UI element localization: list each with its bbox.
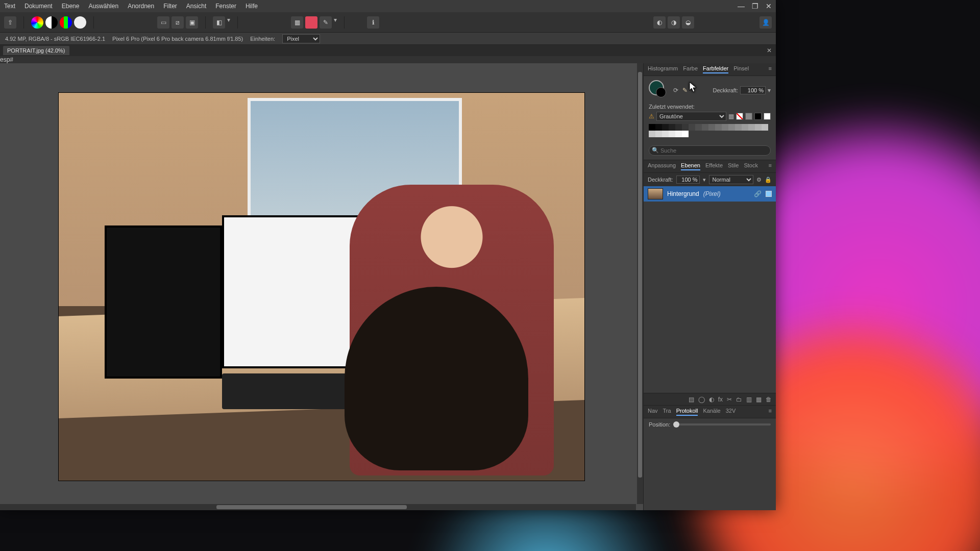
menu-ansicht[interactable]: Ansicht xyxy=(186,3,206,10)
context-bar: 4.92 MP, RGBA/8 - sRGB IEC61966-2.1 Pixe… xyxy=(0,33,776,45)
swatch-black-icon[interactable] xyxy=(754,113,762,120)
tab-anpassung[interactable]: Anpassung xyxy=(648,162,676,170)
units-select[interactable]: Pixel xyxy=(282,34,320,43)
layer-link-icon[interactable]: 🔗 xyxy=(754,190,762,197)
chevron-down-icon[interactable]: ▾ xyxy=(227,16,230,29)
panel-menu-icon[interactable]: ≡ xyxy=(769,65,772,73)
tab-protokoll[interactable]: Protokoll xyxy=(676,408,698,416)
app-window: Text Dokument Ebene Auswählen Anordnen F… xyxy=(0,0,776,510)
layer-row[interactable]: Hintergrund (Pixel) 🔗 xyxy=(644,186,776,202)
swatch-mid-icon[interactable] xyxy=(745,113,752,120)
tab-effekte[interactable]: Effekte xyxy=(705,162,723,170)
tab-nav[interactable]: Nav xyxy=(648,408,658,416)
chevron-down-icon[interactable]: ▾ xyxy=(703,177,706,183)
chevron-down-icon[interactable]: ▾ xyxy=(334,16,337,29)
eyedropper-icon[interactable]: ✎ xyxy=(682,87,688,94)
menu-fenster[interactable]: Fenster xyxy=(215,3,236,10)
menu-ebene[interactable]: Ebene xyxy=(62,3,80,10)
swatch-search-input[interactable] xyxy=(649,145,771,156)
menu-text[interactable]: Text xyxy=(4,3,15,10)
right-panel-column: Histogramm Farbe Farbfelder Pinsel ≡ ⟳ ✎… xyxy=(643,63,776,510)
swap-colors-icon[interactable]: ⟳ xyxy=(673,87,678,94)
colorwheel-icon[interactable] xyxy=(31,16,43,29)
crop-layer-icon[interactable]: ✂ xyxy=(727,396,732,403)
layer-visibility-checkbox[interactable] xyxy=(766,191,772,197)
tab-32v[interactable]: 32V xyxy=(726,408,736,416)
white-icon[interactable] xyxy=(74,16,86,29)
tab-ebenen[interactable]: Ebenen xyxy=(681,162,700,170)
share-icon[interactable]: ⇪ xyxy=(4,16,16,29)
document-tab[interactable]: PORTRAIT.jpg (42.0%) xyxy=(3,46,69,55)
brush-icon[interactable]: ✎ xyxy=(320,16,332,29)
tab-close-icon[interactable]: ✕ xyxy=(763,47,776,54)
lock-icon[interactable]: 🔒 xyxy=(765,177,772,183)
layer-name-label: Hintergrund xyxy=(667,190,699,197)
help-icon[interactable]: ◑ xyxy=(668,16,680,29)
folder-icon[interactable]: 🗀 xyxy=(736,396,742,403)
position-label: Position: xyxy=(649,421,670,428)
chevron-down-icon[interactable]: ▾ xyxy=(768,87,771,94)
tab-farbe[interactable]: Farbe xyxy=(683,65,698,73)
quickmask-icon[interactable]: ◧ xyxy=(213,16,225,29)
rgb-icon[interactable] xyxy=(60,16,72,29)
document-tab-title: PORTRAIT.jpg (42.0%) xyxy=(7,47,65,54)
globe-icon[interactable]: ◐ xyxy=(653,16,666,29)
tab-histogramm[interactable]: Histogramm xyxy=(648,65,678,73)
merge-icon[interactable]: ▥ xyxy=(746,396,752,403)
search-icon: 🔍 xyxy=(652,147,659,154)
grayscale-swatches[interactable] xyxy=(649,124,771,137)
image-info-text: 4.92 MP, RGBA/8 - sRGB IEC61966-2.1 xyxy=(5,36,105,42)
menu-anordnen[interactable]: Anordnen xyxy=(128,3,154,10)
horizontal-scrollbar[interactable] xyxy=(0,504,636,510)
noselect-icon[interactable]: ⧄ xyxy=(172,16,184,29)
mask-icon[interactable]: ◯ xyxy=(698,396,705,403)
menu-hilfe[interactable]: Hilfe xyxy=(246,3,258,10)
window-close-button[interactable]: ✕ xyxy=(766,2,772,10)
crop-icon[interactable]: ▣ xyxy=(186,16,198,29)
panel-menu-icon[interactable]: ≡ xyxy=(769,162,772,170)
tab-farbfelder[interactable]: Farbfelder xyxy=(703,65,728,73)
fx-icon[interactable]: fx xyxy=(718,396,723,403)
gear-icon[interactable]: ⚙ xyxy=(756,177,762,183)
document-image xyxy=(59,93,584,481)
layer-stack-icon[interactable]: ▤ xyxy=(689,396,694,403)
units-label: Einheiten: xyxy=(250,36,275,42)
history-slider[interactable] xyxy=(673,423,771,425)
menu-filter[interactable]: Filter xyxy=(163,3,177,10)
red-icon[interactable] xyxy=(305,16,317,29)
opacity-input[interactable] xyxy=(740,86,766,94)
window-maximize-button[interactable]: ❐ xyxy=(752,2,758,10)
canvas-area[interactable] xyxy=(0,63,643,510)
tab-kanaele[interactable]: Kanäle xyxy=(703,408,720,416)
tab-stock[interactable]: Stock xyxy=(744,162,758,170)
bw-icon[interactable] xyxy=(45,16,58,29)
menu-dokument[interactable]: Dokument xyxy=(24,3,53,10)
opacity-label: Deckkraft: xyxy=(713,87,738,93)
layer-opacity-input[interactable] xyxy=(676,176,700,184)
account-icon[interactable]: 👤 xyxy=(760,16,772,29)
menu-bar: Text Dokument Ebene Auswählen Anordnen F… xyxy=(0,0,776,12)
info-icon[interactable]: ℹ xyxy=(367,16,379,29)
grid-icon[interactable]: ▦ xyxy=(291,16,303,29)
trash-icon[interactable]: 🗑 xyxy=(766,396,772,403)
background-color-swatch[interactable] xyxy=(656,87,666,97)
blend-mode-select[interactable]: Normal xyxy=(709,175,753,184)
palette-select[interactable]: Grautöne xyxy=(656,112,726,121)
menu-auswaehlen[interactable]: Auswählen xyxy=(88,3,118,10)
marquee-icon[interactable]: ▭ xyxy=(157,16,169,29)
grid-icon[interactable]: ▦ xyxy=(756,396,762,403)
adjustment-icon[interactable]: ◐ xyxy=(709,396,714,403)
add-palette-icon[interactable]: ▦ xyxy=(728,113,734,120)
vertical-scrollbar[interactable] xyxy=(637,63,643,504)
cloud-icon[interactable]: ◒ xyxy=(682,16,694,29)
tab-tra[interactable]: Tra xyxy=(663,408,671,416)
camera-info-text: Pixel 6 Pro (Pixel 6 Pro back camera 6.8… xyxy=(112,36,243,42)
layer-opacity-label: Deckkraft: xyxy=(648,177,673,183)
window-minimize-button[interactable]: — xyxy=(738,2,745,10)
layer-type-label: (Pixel) xyxy=(703,190,721,197)
swatch-none-icon[interactable] xyxy=(736,113,743,120)
swatch-white-icon[interactable] xyxy=(764,113,771,120)
tab-stile[interactable]: Stile xyxy=(728,162,739,170)
tab-pinsel[interactable]: Pinsel xyxy=(733,65,749,73)
panel-menu-icon[interactable]: ≡ xyxy=(769,408,772,416)
